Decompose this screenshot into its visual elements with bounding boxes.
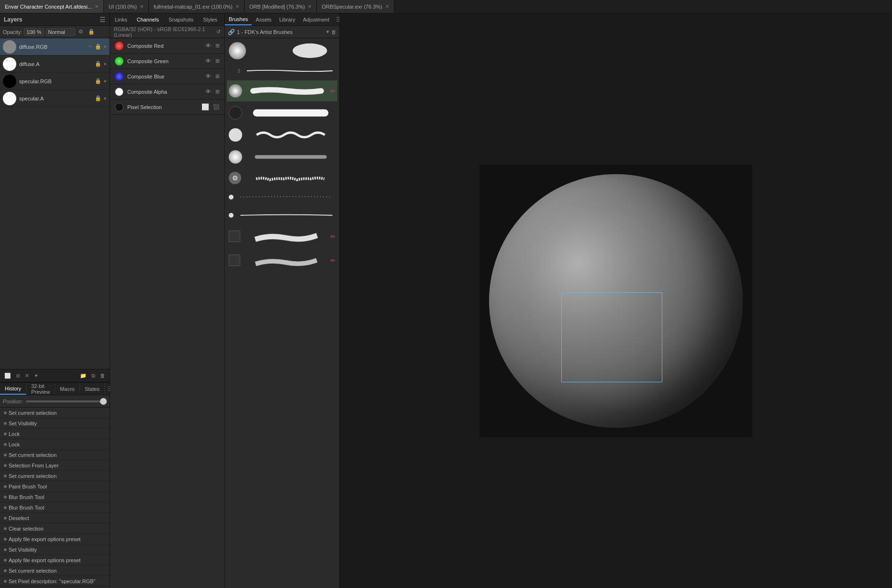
history-item-9[interactable]: Blur Brush Tool <box>0 502 110 513</box>
tab-close-orb[interactable]: ✕ <box>308 4 312 9</box>
history-item-14[interactable]: Apply file export options preset <box>0 555 110 566</box>
brushes-tab-library[interactable]: Library <box>275 13 299 25</box>
tab-states[interactable]: States <box>80 383 105 395</box>
channel-tab-channels[interactable]: Channels <box>132 13 164 25</box>
brush-preset-trash[interactable]: 🗑 <box>331 29 336 35</box>
history-item-6[interactable]: Set current selection <box>0 471 110 481</box>
layer-lock-icon-2[interactable]: 🔒 <box>95 78 101 84</box>
tab-macro[interactable]: Macro <box>55 383 80 395</box>
brushes-tab-adjustment[interactable]: Adjustment <box>299 13 333 25</box>
channel-item-blue[interactable]: Composite Blue 👁 ⊞ <box>110 69 224 84</box>
brush-item-9[interactable]: ✏ <box>227 225 337 248</box>
tab-envar[interactable]: Envar Character Concept Art.afdesi... ✕ <box>0 0 104 13</box>
opacity-value[interactable]: 100 % <box>24 28 44 36</box>
brush-edit-2[interactable]: ✏ <box>330 88 335 95</box>
layer-item-3[interactable]: specular.A 🔒 ● <box>0 90 110 107</box>
channel-eye-pixsel[interactable]: ⬜ <box>201 103 209 111</box>
channel-item-alpha[interactable]: Composite Alpha 👁 ⊞ <box>110 84 224 100</box>
layer-item-2[interactable]: specular.RGB 🔒 ● <box>0 73 110 90</box>
channel-adjust-red[interactable]: ⊞ <box>215 43 220 49</box>
history-item-16[interactable]: Set Pixel description: "specular.RGB" <box>0 576 110 587</box>
channel-adjust-blue[interactable]: ⊞ <box>215 73 220 79</box>
channel-eye-blue[interactable]: 👁 <box>205 73 212 80</box>
layer-vis-icon-2[interactable]: ● <box>103 78 107 84</box>
layers-lock-icon[interactable]: 🔒 <box>87 28 96 35</box>
history-item-0[interactable]: Set current selection <box>0 408 110 418</box>
tab-orb[interactable]: ORB [Modified] (76.3%) ✕ <box>245 0 317 13</box>
channel-eye-alpha[interactable]: 👁 <box>205 88 212 95</box>
layer-vis-icon-1[interactable]: ● <box>103 61 107 67</box>
brush-item-6[interactable]: ⚙ <box>227 168 337 188</box>
brush-item-1[interactable]: 3 <box>227 62 337 79</box>
brush-edit-9[interactable]: ✏ <box>330 233 335 240</box>
layer-vis-icon-3[interactable]: ● <box>103 95 107 101</box>
channel-item-green[interactable]: Composite Green 👁 ⊞ <box>110 54 224 69</box>
history-dot-10 <box>4 517 7 520</box>
layers-menu-icon[interactable]: ☰ <box>100 16 106 23</box>
layer-tool-2[interactable]: ⊘ <box>14 372 22 379</box>
layer-tool-dup[interactable]: ⧉ <box>90 372 97 379</box>
layer-tool-del[interactable]: 🗑 <box>99 372 107 379</box>
history-item-10[interactable]: Deselect <box>0 513 110 523</box>
tab-close-envar[interactable]: ✕ <box>95 4 99 9</box>
position-slider[interactable] <box>26 400 107 402</box>
layer-item-0[interactable]: diffuse.RGB ✏ 🔒 ● <box>0 38 110 55</box>
brush-item-8[interactable] <box>227 207 337 224</box>
brush-item-0[interactable] <box>227 40 337 61</box>
layers-settings-icon[interactable]: ⚙ <box>77 28 85 35</box>
channel-tab-links[interactable]: Links <box>110 13 132 25</box>
layer-pen-icon[interactable]: ✏ <box>89 44 93 50</box>
tab-history[interactable]: History <box>0 383 26 395</box>
channel-adjust-green[interactable]: ⊞ <box>215 58 220 64</box>
history-item-13[interactable]: Set Visibility <box>0 544 110 555</box>
refresh-icon[interactable]: ↺ <box>216 29 221 35</box>
brush-item-4[interactable] <box>227 124 337 145</box>
history-item-1[interactable]: Set Visibility <box>0 418 110 429</box>
layer-vis-icon-0[interactable]: ● <box>103 44 107 50</box>
tab-orbspec[interactable]: ORBSpecular.exr (76.3%) ✕ <box>317 0 394 13</box>
brushes-tab-assets[interactable]: Assets <box>252 13 275 25</box>
layer-tool-1[interactable]: ⬜ <box>3 372 12 379</box>
channel-eye-red[interactable]: 👁 <box>205 42 212 49</box>
channel-item-pixsel[interactable]: Pixel Selection ⬜ ⬛ <box>110 100 224 115</box>
tab-close-fullmetal[interactable]: ✕ <box>235 4 239 9</box>
position-thumb[interactable] <box>100 398 107 405</box>
brush-edit-10[interactable]: ✏ <box>330 257 335 264</box>
brush-item-2[interactable]: ✏ <box>227 80 337 101</box>
history-item-4[interactable]: Set current selection <box>0 450 110 460</box>
tab-close-orbspec[interactable]: ✕ <box>385 4 389 9</box>
layer-item-1[interactable]: diffuse.A 🔒 ● <box>0 55 110 73</box>
canvas-area[interactable] <box>340 13 892 588</box>
history-item-15[interactable]: Set current selection <box>0 566 110 576</box>
history-item-7[interactable]: Paint Brush Tool <box>0 481 110 492</box>
channel-tab-styles[interactable]: Styles <box>198 13 222 25</box>
blend-mode-select[interactable]: Normal <box>46 28 75 36</box>
channel-adjust-pixsel[interactable]: ⬛ <box>213 104 220 110</box>
layer-lock-icon-3[interactable]: 🔒 <box>95 95 101 101</box>
brush-item-3[interactable] <box>227 102 337 123</box>
history-item-12[interactable]: Apply file export options preset <box>0 534 110 544</box>
history-item-5[interactable]: Selection From Layer <box>0 460 110 471</box>
history-item-8[interactable]: Blur Brush Tool <box>0 492 110 502</box>
tab-close-ui[interactable]: ✕ <box>140 4 144 9</box>
layer-lock-icon-0[interactable]: 🔒 <box>95 44 101 50</box>
brush-item-10[interactable]: ✏ <box>227 249 337 272</box>
history-item-11[interactable]: Clear selection <box>0 523 110 534</box>
brush-item-7[interactable] <box>227 189 337 206</box>
channel-adjust-alpha[interactable]: ⊞ <box>215 89 220 95</box>
layer-lock-icon-1[interactable]: 🔒 <box>95 61 101 67</box>
brush-item-5[interactable] <box>227 146 337 167</box>
history-item-3[interactable]: Lock <box>0 439 110 450</box>
layer-tool-group[interactable]: 📁 <box>78 372 88 379</box>
layer-tool-3[interactable]: ✕ <box>23 372 31 379</box>
layer-tool-4[interactable]: ✦ <box>33 372 40 379</box>
tab-fullmetal[interactable]: fullmetal-matcap_01.exr (100.0%) ✕ <box>149 0 245 13</box>
channel-tab-snapshots[interactable]: Snapshots <box>164 13 198 25</box>
tab-32bit[interactable]: 32-bit Preview <box>26 383 55 395</box>
tab-ui[interactable]: UI (100.0%) ✕ <box>104 0 149 13</box>
brushes-tab-brushes[interactable]: Brushes <box>225 13 252 25</box>
channel-item-red[interactable]: Composite Red 👁 ⊞ <box>110 38 224 54</box>
channel-eye-green[interactable]: 👁 <box>205 57 212 65</box>
history-item-2[interactable]: Lock <box>0 429 110 439</box>
brush-preset-dropdown[interactable]: ▾ <box>326 29 329 35</box>
